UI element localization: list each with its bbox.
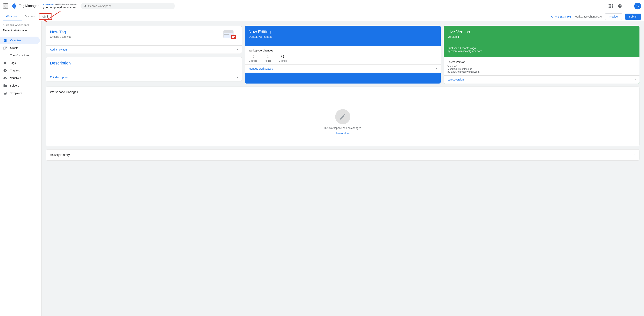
wc-stat-added: 0 Added (265, 53, 271, 62)
svg-rect-7 (224, 34, 229, 35)
account-name[interactable]: yourcompanydomain.com ▾ (43, 5, 78, 9)
clients-icon (3, 46, 7, 50)
svg-rect-9 (232, 36, 235, 36)
workspace-changes-count: Workspace Changes: 0 (574, 15, 602, 18)
wc-title: Workspace Changes (245, 46, 441, 53)
tab-workspace[interactable]: Workspace (3, 12, 22, 21)
variable-icon (3, 76, 7, 80)
description-card: Description Edit description › (46, 57, 242, 81)
add-new-tag-link[interactable]: Add a new tag › (46, 45, 242, 53)
workspace-changes-sub: Workspace Changes 0 Modified 0 Added (245, 46, 441, 73)
help-button[interactable] (616, 2, 624, 10)
sidebar-item-variables[interactable]: Variables (0, 74, 40, 82)
latest-version-title: Latest Version (444, 57, 640, 64)
workspace-chevron: › (37, 29, 38, 32)
user-avatar[interactable]: G (634, 3, 641, 9)
grid-icon (608, 4, 613, 8)
grid-apps-button[interactable] (607, 2, 614, 10)
more-vert-button[interactable] (625, 2, 633, 10)
now-editing-menu-button[interactable]: ⋮ (433, 29, 437, 34)
wc-stat-deleted: 0 Deleted (279, 53, 286, 62)
sidebar-item-triggers[interactable]: Triggers (0, 67, 40, 74)
edit-description-link[interactable]: Edit description › (46, 73, 242, 81)
wc-stat-modified: 0 Modified (248, 53, 257, 62)
new-tag-icon (223, 29, 238, 40)
new-tag-subtitle: Choose a tag type (50, 35, 72, 38)
account-dropdown-arrow: ▾ (76, 6, 78, 8)
activity-history-title: Activity History (50, 153, 70, 157)
all-accounts-link[interactable]: All accounts (43, 3, 54, 5)
main-layout: CURRENT WORKSPACE Default Workspace › Ov… (0, 21, 644, 316)
now-editing-header: Now Editing Default Workspace ⋮ (245, 26, 441, 42)
top-cards-grid: New Tag Choose a tag type (46, 26, 640, 83)
logo-icon (11, 3, 17, 9)
svg-rect-6 (224, 33, 230, 33)
latest-version-section: Latest Version Version 1 Modified 4 mont… (444, 57, 640, 83)
dashboard-icon (3, 38, 7, 42)
live-version-card: Live Version Version 1 Published 4 month… (444, 26, 640, 83)
live-version-header: Live Version Version 1 (444, 26, 640, 42)
sub-nav-right: GTM-5SKQFT6B Workspace Changes: 0 Previe… (551, 13, 641, 20)
latest-version-link[interactable]: Latest version › (444, 75, 640, 83)
nav-icons: G (607, 2, 641, 10)
learn-more-link[interactable]: Learn More (336, 132, 350, 135)
sidebar-item-tags[interactable]: Tags (0, 59, 40, 67)
activity-history-chevron[interactable]: › (634, 153, 636, 157)
edit-description-chevron: › (237, 76, 238, 79)
sub-nav: Workspace Versions Admin GTM-5SKQFT6B Wo… (0, 12, 644, 21)
empty-state-text: This workspace has no changes. (324, 126, 362, 130)
svg-marker-1 (13, 3, 16, 9)
search-input[interactable] (88, 4, 172, 7)
current-workspace-label: CURRENT WORKSPACE (0, 21, 41, 27)
wc-stats: 0 Modified 0 Added 0 Deleted (245, 53, 441, 64)
search-icon (84, 4, 87, 8)
workspace-changes-large-card: Workspace Changes This workspace has no … (46, 86, 640, 146)
more-vert-icon (627, 4, 631, 8)
now-editing-subtitle: Default Workspace (248, 35, 272, 38)
new-tag-title: New Tag (50, 29, 72, 34)
new-tag-card-header: New Tag Choose a tag type (46, 26, 242, 43)
sidebar-item-folders[interactable]: Folders (0, 82, 40, 89)
workspace-name[interactable]: Default Workspace › (0, 27, 41, 35)
gtm-id[interactable]: GTM-5SKQFT6B (551, 15, 572, 18)
wc-large-body: This workspace has no changes. Learn Mor… (46, 98, 639, 146)
manage-workspaces-link[interactable]: Manage workspaces › (245, 64, 441, 73)
sidebar-label-triggers: Triggers (10, 69, 20, 72)
add-tag-chevron: › (237, 48, 238, 51)
sidebar-label-tags: Tags (10, 61, 16, 64)
transform-icon (3, 53, 7, 57)
tab-admin[interactable]: Admin (39, 13, 52, 20)
sidebar-label-clients: Clients (10, 46, 18, 49)
activity-history-header: Activity History › (46, 150, 639, 160)
submit-button[interactable]: Submit (625, 13, 641, 19)
logo-area: Tag Manager (11, 3, 39, 9)
help-icon (618, 4, 622, 8)
tab-versions[interactable]: Versions (22, 12, 38, 21)
live-version-body: Published 4 months ago by evan.rainlocal… (444, 42, 640, 57)
sidebar-item-overview[interactable]: Overview (0, 36, 40, 44)
preview-button[interactable]: Preview (605, 13, 622, 20)
sidebar-label-overview: Overview (10, 39, 21, 42)
sidebar-item-clients[interactable]: Clients (0, 44, 40, 52)
live-version-subtitle: Version 1 (448, 35, 636, 38)
search-bar (80, 3, 175, 9)
svg-rect-5 (224, 30, 233, 33)
manage-workspaces-chevron: › (436, 67, 437, 70)
latest-version-body: Version 1 Modified 4 months ago by evan.… (444, 64, 640, 75)
back-button[interactable] (3, 3, 8, 9)
sidebar-item-transformations[interactable]: Transformations (0, 52, 40, 59)
description-title: Description (46, 57, 242, 73)
sidebar-label-variables: Variables (10, 76, 21, 80)
svg-rect-10 (232, 37, 234, 38)
left-column: New Tag Choose a tag type (46, 26, 242, 83)
latest-version-chevron: › (635, 78, 636, 81)
account-area: All accounts › GTM Example Account yourc… (43, 3, 78, 9)
sidebar-item-templates[interactable]: Templates (0, 89, 40, 97)
sidebar: CURRENT WORKSPACE Default Workspace › Ov… (0, 21, 42, 316)
breadcrumb: All accounts › GTM Example Account (43, 3, 78, 5)
now-editing-spacer (245, 42, 441, 46)
now-editing-card: Now Editing Default Workspace ⋮ Workspac… (245, 26, 441, 83)
sidebar-label-folders: Folders (10, 84, 19, 87)
new-tag-card: New Tag Choose a tag type (46, 26, 242, 54)
main-content: New Tag Choose a tag type (42, 21, 644, 316)
